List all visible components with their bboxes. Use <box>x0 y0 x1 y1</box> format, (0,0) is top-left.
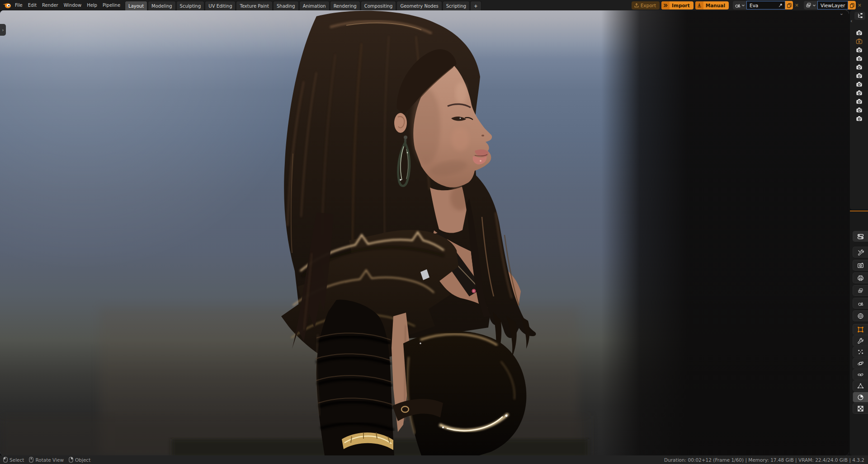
camera-visibility-icon[interactable] <box>856 29 863 36</box>
menu-item[interactable]: Edit <box>25 0 39 10</box>
pin-icon[interactable] <box>778 3 783 8</box>
topbar-right: Export Import Manual Eva <box>632 1 863 9</box>
import-button[interactable]: Import <box>661 1 693 9</box>
workspace-tab[interactable]: Sculpting <box>176 1 205 10</box>
add-workspace-button[interactable]: + <box>470 1 481 10</box>
ear <box>394 113 407 133</box>
menu-item[interactable]: Render <box>39 0 61 10</box>
workspace-tab[interactable]: Layout <box>125 1 147 10</box>
blender-logo-icon[interactable] <box>1 2 12 9</box>
double-chevron-right-icon <box>661 1 670 9</box>
export-label: Export <box>641 3 656 8</box>
mouse-hint-label: Select <box>9 457 24 463</box>
scene-browse-button[interactable] <box>733 1 746 9</box>
properties-tab[interactable] <box>853 347 868 357</box>
camera-visibility-icon[interactable] <box>856 107 863 113</box>
workspace-tab[interactable]: Texture Paint <box>236 1 273 10</box>
chevron-down-icon <box>812 3 816 8</box>
download-icon <box>695 1 703 9</box>
outliner-panel: ‹ <box>850 10 868 210</box>
scene-duplicate-button[interactable] <box>785 1 793 9</box>
duplicate-icon <box>849 3 855 8</box>
workspace-tabs: LayoutModelingSculptingUV EditingTexture… <box>125 0 470 10</box>
camera-visibility-icon[interactable] <box>856 55 863 61</box>
menu-item[interactable]: File <box>12 0 25 10</box>
outliner-icon <box>857 13 863 19</box>
camera-visibility-icon[interactable] <box>856 81 863 87</box>
view-layer-selector: ViewLayer <box>804 1 863 9</box>
mouse-hint-label: Rotate View <box>35 457 64 463</box>
import-label: Import <box>670 3 693 8</box>
x-icon <box>857 3 862 8</box>
viewport-render <box>0 10 849 455</box>
scene-name-value: Eva <box>750 3 778 8</box>
chevron-down-icon <box>741 3 745 8</box>
outliner-editor-icon[interactable] <box>854 12 865 20</box>
view-layer-name-value: ViewLayer <box>821 3 846 8</box>
add-workspace-wrap: + <box>470 0 481 10</box>
scene-name-field[interactable]: Eva <box>746 1 785 9</box>
outliner-camera-column <box>850 29 868 122</box>
topbar: FileEditRenderWindowHelpPipeline LayoutM… <box>0 0 868 10</box>
mouse-hint-label: Object <box>75 457 90 463</box>
camera-visibility-icon[interactable] <box>856 115 863 122</box>
camera-visibility-icon[interactable] <box>856 72 863 79</box>
camera-visibility-icon[interactable] <box>856 47 863 53</box>
properties-tab[interactable] <box>853 310 868 321</box>
status-info: Duration: 00:02+12 (Frame 1/60) | Memory… <box>664 457 864 463</box>
properties-tab[interactable] <box>853 285 868 296</box>
properties-tab[interactable] <box>853 380 868 391</box>
properties-tab[interactable] <box>853 272 868 283</box>
viewport-3d[interactable]: › ⌄ <box>0 10 849 455</box>
view-layer-add-button[interactable] <box>848 1 856 9</box>
toolbar-expand-chevron[interactable]: › <box>0 24 6 36</box>
manual-label: Manual <box>703 3 729 8</box>
workspace-tab[interactable]: Geometry Nodes <box>396 1 442 10</box>
export-button[interactable]: Export <box>632 1 660 9</box>
workspace-tab[interactable]: Compositing <box>361 1 396 10</box>
mouse-hints: Select Rotate View Object <box>3 456 90 463</box>
properties-tab[interactable] <box>853 403 868 414</box>
outliner-collapse-chevron[interactable]: ‹ <box>850 18 852 24</box>
mouse-hint: Select <box>3 456 24 463</box>
properties-tab[interactable] <box>853 260 868 271</box>
properties-tab[interactable] <box>853 247 868 258</box>
workspace-tab[interactable]: UV Editing <box>205 1 236 10</box>
view-layer-name-field[interactable]: ViewLayer <box>817 1 848 9</box>
scene-icon <box>735 2 741 8</box>
properties-tab[interactable] <box>853 358 868 369</box>
view-layer-browse-button[interactable] <box>804 1 817 9</box>
export-icon <box>634 3 639 8</box>
view-layer-remove-button[interactable] <box>856 1 863 9</box>
properties-tab[interactable] <box>853 369 868 380</box>
workspace-tab[interactable]: Shading <box>273 1 299 10</box>
mouse-icon <box>28 456 34 463</box>
camera-visibility-icon[interactable] <box>856 38 863 44</box>
workspace-tab[interactable]: Rendering <box>330 1 360 10</box>
camera-visibility-icon[interactable] <box>856 89 863 96</box>
menu-item[interactable]: Window <box>61 0 84 10</box>
camera-visibility-icon[interactable] <box>856 64 863 70</box>
properties-tab[interactable] <box>853 231 868 242</box>
menu-item[interactable]: Pipeline <box>100 0 123 10</box>
mouse-hint: Rotate View <box>28 456 64 463</box>
view-layer-icon <box>806 2 811 8</box>
workspace-tab[interactable]: Scripting <box>443 1 470 10</box>
properties-tab[interactable] <box>853 335 868 346</box>
properties-tab[interactable] <box>853 392 868 403</box>
camera-visibility-icon[interactable] <box>856 98 863 104</box>
mouse-hint: Object <box>68 456 90 463</box>
workspace-tab[interactable]: Modeling <box>148 1 176 10</box>
properties-tab[interactable] <box>853 324 868 335</box>
status-bar: Select Rotate View Object Duration: 00:0… <box>0 455 868 464</box>
menu-item[interactable]: Help <box>84 0 100 10</box>
workspace-tab[interactable]: Animation <box>299 1 330 10</box>
scene-unlink-button[interactable] <box>793 1 801 9</box>
duplicate-icon <box>787 3 792 8</box>
viewport-header-collapse-chevron[interactable]: ⌄ <box>840 10 844 16</box>
properties-tab[interactable] <box>853 298 868 309</box>
menu-bar: FileEditRenderWindowHelpPipeline <box>12 0 123 10</box>
manual-button[interactable]: Manual <box>695 1 729 9</box>
x-icon <box>794 3 799 8</box>
mouse-icon <box>3 456 8 463</box>
